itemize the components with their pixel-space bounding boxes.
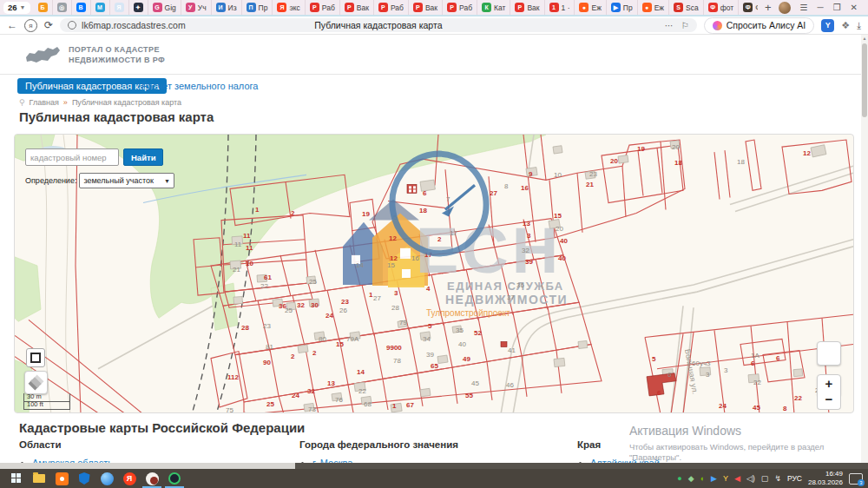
tab-label: экс [289,3,299,12]
tab-land-tax-calc[interactable]: Расчет земельного налога [141,81,258,91]
scrollbar-thumb[interactable] [862,43,867,117]
browser-tab[interactable]: B [72,0,91,15]
site-logo[interactable]: ПОРТАЛ О КАДАСТРЕ НЕДВИЖИМОСТИ В РФ [24,43,165,67]
zoom-out-button[interactable]: − [817,393,841,410]
browser-tab[interactable]: Б [34,0,53,15]
tab-counter[interactable]: 26 ▼ [3,2,30,14]
cadastral-number-input[interactable] [25,148,119,166]
folder-icon [33,474,45,483]
parcel-label: 75 [226,406,233,412]
clock[interactable]: 16:4928.03.2026 [808,470,843,487]
minimize-button[interactable]: ─ [818,3,824,12]
parcel-label: 79 [399,319,407,326]
more-icon[interactable]: ⋯ [665,21,674,30]
volume-icon[interactable]: ◁) [746,475,755,483]
browser-tab[interactable]: Ффот [704,0,739,15]
parcel-label: 6 [667,371,672,379]
downloads-icon[interactable]: ⤓ [857,20,861,31]
layers-button[interactable] [24,371,48,394]
tab-favicon: ◎ [57,3,67,12]
browser-tab[interactable]: РВак [409,0,443,15]
tray-icon-play[interactable]: ▶ [711,475,717,483]
parcel-label: 4 [426,285,431,293]
browser-tab[interactable]: ППр [242,0,273,15]
file-explorer-button[interactable] [28,469,50,488]
tray-icon-gpu[interactable]: ◐ [700,475,705,483]
map-tool-button[interactable] [817,341,841,366]
definition-value: земельный участок [83,176,154,185]
selected-building[interactable] [407,184,417,193]
maps-app-button[interactable] [50,469,73,488]
omnibox[interactable]: lk6map.roscadastres.com Публичная кадаст… [60,18,697,32]
parcel-label: 40 [458,340,466,348]
browser-tab[interactable]: SSca [669,0,704,15]
usb-icon[interactable]: ↯ [774,475,781,483]
browser-tab[interactable]: ●Еж [638,0,669,15]
browser-tab[interactable]: ◎ [53,0,72,15]
tab-favicon: К [482,3,491,12]
ask-alice-button[interactable]: Спросить Алису AI [704,17,815,34]
vertical-scrollbar[interactable]: ▲ ▼ [861,35,868,469]
breadcrumb-home[interactable]: Главная [30,98,59,107]
browser-tab[interactable]: ✦ [129,0,148,15]
reload-icon[interactable]: ⟳ [44,20,53,30]
yandex-browser-button[interactable]: Я [118,469,141,488]
browser-tab[interactable]: GGig [148,0,181,15]
map-panel[interactable]: ЕСН ЕДИНАЯ СЛУЖБА НЕДВИЖИМОСТИ Тулпромст… [14,134,854,413]
browser-tab[interactable]: УУч [181,0,212,15]
active-app-2[interactable] [163,469,186,488]
parcel-label: 11 [234,241,242,248]
extensions-icon[interactable]: ❖ [841,20,850,31]
browser-tab[interactable]: ▶Пр [607,0,638,15]
browser-tab[interactable]: РРаб [374,0,409,15]
definition-select[interactable]: земельный участок ▼ [79,173,174,188]
search-button[interactable]: Найти [123,148,163,166]
tray-icon-red[interactable]: ◀ [734,475,740,483]
parcel-label: 81 [266,343,273,351]
active-app-1[interactable] [141,469,163,488]
bookmark-icon[interactable]: ⚐ [681,21,689,30]
close-button[interactable]: ✕ [851,3,858,12]
profile-avatar[interactable] [779,2,791,14]
tray-icon-update[interactable]: ◆ [688,475,694,483]
parcel-label: 25 [309,278,317,286]
language-indicator[interactable]: РУС [787,474,802,483]
restore-button[interactable]: ❐ [833,3,841,12]
yandex-icon[interactable]: Y [821,19,834,32]
shield-app-button[interactable] [73,469,95,488]
browser-tab[interactable]: Яэкс [273,0,305,15]
tray-icon-y[interactable]: Y [723,475,728,483]
start-button[interactable] [5,469,28,488]
network-icon[interactable]: ▢ [761,475,769,483]
notification-icon[interactable]: 3 [849,473,863,485]
browser-tab[interactable]: 11 · [545,0,575,15]
browser-tab[interactable]: РВак [340,0,374,15]
app-icon [146,472,159,485]
browser-tab[interactable]: РРаб [443,0,477,15]
parcel-label: 12 [803,149,811,157]
horizontal-scrollbar[interactable] [0,463,868,469]
browser-tab[interactable]: ●Еж [575,0,606,15]
parcel-label: 32 [522,247,529,254]
browser-tab[interactable]: ИИз [212,0,242,15]
browser-tab[interactable]: ФФо [739,0,758,15]
scroll-up-icon[interactable]: ▲ [861,36,868,41]
browser-tab[interactable]: РВак [510,0,544,15]
parcel-label: 23 [341,298,349,306]
parcel-label: 9900 [386,344,402,352]
browser-tab[interactable]: ККат [477,0,510,15]
new-tab-button[interactable]: + [758,1,779,14]
browser-app-button[interactable] [95,469,118,488]
back-icon[interactable]: ← [7,20,17,30]
browser-tab[interactable]: РРаб [306,0,340,15]
extent-button[interactable] [26,348,45,367]
russia-map-logo-icon [24,43,61,67]
parcel-label: 17 [450,229,457,237]
hscrollbar-thumb[interactable] [295,463,868,469]
profile-icon[interactable]: я [24,19,37,32]
browser-tab[interactable]: Я [110,0,129,15]
tray-icon-green[interactable]: ● [677,475,681,483]
browser-tab[interactable]: M [91,0,110,15]
menu-icon[interactable]: ☰ [800,3,808,12]
parcel-label: 39 [426,351,434,359]
